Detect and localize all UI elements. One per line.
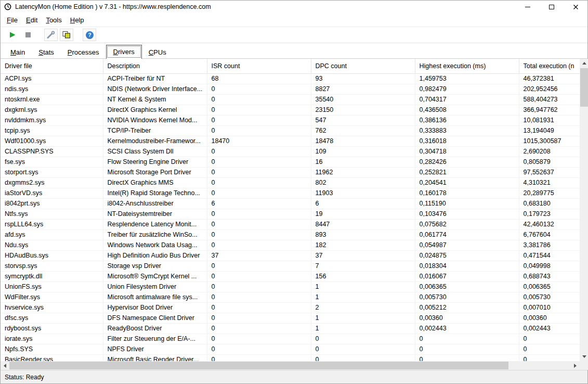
table-row[interactable]: symcryptk.dllMicrosoft® SymCrypt Kernel … [1,271,580,281]
scroll-left-button[interactable] [1,361,9,370]
minimize-icon [525,7,530,7]
table-cell: 0 [415,354,519,361]
table-cell: 0 [207,344,311,354]
table-cell: 0,204541 [415,177,519,188]
table-cell: 547 [311,115,415,125]
table-row[interactable]: storport.sysMicrosoft Storage Port Drive… [1,167,580,177]
table-row[interactable]: iaStorVD.sysIntel(R) Rapid Storage Techn… [1,188,580,198]
table-row[interactable]: storvsp.sysStorage vsp Driver070,0183040… [1,261,580,271]
table-cell: 0 [207,292,311,302]
table-row[interactable]: WdFilter.sysMicrosoft antimalware file s… [1,292,580,302]
table-row[interactable]: dxgkrnl.sysDirectX Graphics Kernel023150… [1,105,580,115]
column-header[interactable]: Highest execution (ms) [415,59,519,73]
table-cell: 0,00360 [519,313,580,323]
table-cell: 182 [311,240,415,250]
table-row[interactable]: Ntfs.sysNT-Dateisystemtreiber0190,103476… [1,209,580,219]
maximize-icon [549,5,554,9]
horizontal-scroll-thumb[interactable] [9,362,508,369]
table-row[interactable]: tcpip.sysTCP/IP-Treiber07620,33388313,19… [1,125,580,136]
column-header[interactable]: Total execution (n [519,59,580,73]
table-cell: Microsoft Storage Port Driver [103,167,207,177]
table-row[interactable]: HDAudBus.sysHigh Definition Audio Bus Dr… [1,250,580,261]
table-cell: 0 [207,115,311,125]
table-row[interactable]: rspLLL64.sysResplendence Latency Monit..… [1,219,580,229]
table-cell: Microsoft® SymCrypt Kernel ... [103,271,207,281]
scroll-down-button[interactable] [580,352,588,361]
scroll-right-icon [574,364,577,368]
table-cell: DFS Namespace Client Driver [103,313,207,323]
table-row[interactable]: UnionFS.sysUnion Filesystem Driver010,00… [1,281,580,292]
stop-monitor-button[interactable] [21,29,35,41]
table-cell: 0,471544 [519,250,580,261]
menu-item-edit[interactable]: Edit [22,14,42,26]
horizontal-scroll-track[interactable] [9,361,571,370]
table-row[interactable]: fse.sysFlow Steering Engine Driver0160,2… [1,157,580,167]
table-cell: 0,002443 [415,323,519,334]
toolbar: ? [1,27,587,43]
column-header[interactable]: DPC count [311,59,415,73]
menu-item-file[interactable]: File [3,14,22,26]
table-cell: Resplendence Latency Monit... [103,219,207,229]
menu-item-help[interactable]: Help [66,14,88,26]
tab-processes[interactable]: Processes [61,46,106,58]
column-header[interactable]: Driver file [1,59,103,73]
table-cell: 46,372381 [519,73,580,84]
table-cell: 0 [415,344,519,354]
table-cell: WdFilter.sys [1,292,103,302]
table-row[interactable]: Npfs.SYSNPFS Driver0000 [1,344,580,354]
vertical-scroll-track[interactable] [580,68,588,352]
close-button[interactable] [564,1,587,13]
table-row[interactable]: CLASSPNP.SYSSCSI Class System Dll01090,3… [1,146,580,157]
table-row[interactable]: ACPI.sysACPI-Treiber für NT68931,4597534… [1,73,580,84]
table-row[interactable]: dxgmms2.sysDirectX Graphics MMS08020,204… [1,177,580,188]
copy-report-button[interactable] [60,29,73,41]
tab-bar: MainStatsProcessesDriversCPUs [1,43,587,59]
table-cell: 0 [311,344,415,354]
table-cell: 1,459753 [415,73,519,84]
table-row[interactable]: dfsc.sysDFS Namespace Client Driver010,0… [1,313,580,323]
horizontal-scrollbar[interactable] [1,361,580,370]
table-cell: ReadyBoost Driver [103,323,207,334]
table-row[interactable]: iorate.sysFilter zur Steuerung der E/A-.… [1,334,580,344]
table-cell: Microsoft Basic Render Driver... [103,354,207,361]
table-row[interactable]: rdyboost.sysReadyBoost Driver010,0024430… [1,323,580,334]
tab-drivers[interactable]: Drivers [106,45,142,59]
column-header[interactable]: Description [103,59,207,73]
table-cell: Microsoft antimalware file sys... [103,292,207,302]
table-cell: 0,282426 [415,157,519,167]
maximize-button[interactable] [540,1,564,13]
column-header[interactable]: ISR count [207,59,311,73]
table-row[interactable]: Ndu.sysWindows Network Data Usag...01820… [1,240,580,250]
table-cell: 0,006365 [415,281,519,292]
help-button[interactable]: ? [83,29,96,41]
scroll-right-button[interactable] [571,361,580,370]
table-cell: 0 [207,84,311,94]
start-monitor-button[interactable] [6,29,19,41]
table-row[interactable]: i8042prt.sysi8042-Anschlusstreiber660,11… [1,198,580,209]
table-cell: NT Kernel & System [103,94,207,105]
table-cell: 0,103476 [415,209,519,219]
play-icon [8,31,17,39]
table-row[interactable]: ndis.sysNDIS (Network Driver Interface..… [1,84,580,94]
tab-stats[interactable]: Stats [32,46,61,58]
scroll-up-button[interactable] [580,59,588,68]
vertical-scrollbar[interactable] [580,59,588,370]
table-row[interactable]: nvlddmkm.sysNVIDIA Windows Kernel Mod...… [1,115,580,125]
help-icon: ? [85,31,94,40]
table-cell: 0 [207,271,311,281]
tab-cpus[interactable]: CPUs [142,46,173,58]
minimize-button[interactable] [516,1,540,13]
table-row[interactable]: ntoskrnl.exeNT Kernel & System0355400,70… [1,94,580,105]
tools-button[interactable] [44,29,58,41]
table-cell: 0 [207,281,311,292]
table-cell: 2,690208 [519,146,580,157]
tab-label: Processes [68,46,99,58]
table-row[interactable]: Wdf01000.sysKernelmodustreiber-Framewor.… [1,136,580,146]
table-cell: 0,688743 [519,271,580,281]
tab-main[interactable]: Main [4,46,32,58]
menu-item-tools[interactable]: Tools [42,14,66,26]
table-row[interactable]: hvservice.sysHypervisor Boot Driver020,0… [1,302,580,313]
vertical-scroll-thumb[interactable] [580,68,588,107]
table-row[interactable]: BasicRender.sysMicrosoft Basic Render Dr… [1,354,580,361]
table-row[interactable]: afd.sysTreiber für zusätzliche WinSo...0… [1,229,580,240]
